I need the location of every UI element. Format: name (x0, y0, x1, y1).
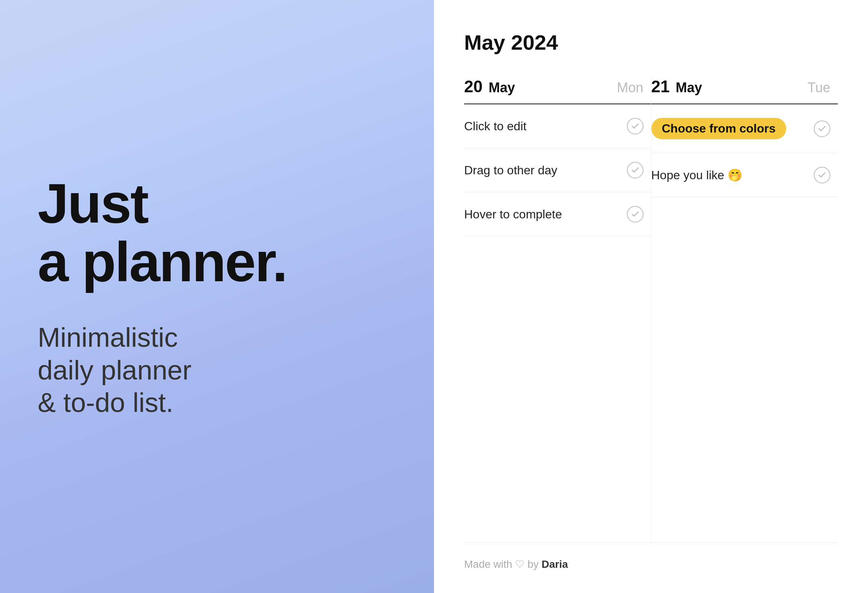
month-title: May 2024 (464, 30, 838, 55)
task-text-drag: Drag to other day (464, 163, 557, 177)
day-column-20: 20 May Mon Click to edit Drag to other d… (464, 77, 651, 543)
task-row-hope[interactable]: Hope you like 🤭 (651, 153, 838, 197)
day-header-21: 21 May Tue (651, 77, 838, 104)
day-number-21: 21 (651, 77, 670, 96)
subtitle-line2: daily planner (38, 355, 191, 385)
footer-by: by (527, 558, 539, 570)
day-header-20: 20 May Mon (464, 77, 651, 104)
check-icon-3[interactable] (627, 206, 643, 223)
heart-icon: ♡ (515, 558, 527, 570)
day-number-20: 20 (464, 77, 483, 96)
day-month-20: May (489, 80, 515, 96)
right-panel: May 2024 20 May Mon Click to edit Drag t… (434, 0, 868, 593)
check-icon-1[interactable] (627, 118, 643, 134)
task-text-click-edit: Click to edit (464, 119, 526, 133)
check-icon-5[interactable] (814, 167, 830, 183)
subtitle-line1: Minimalistic (38, 322, 178, 352)
hero-title: Just a planner. (38, 174, 396, 291)
hero-title-line2: a planner. (38, 231, 287, 293)
empty-area-20 (464, 236, 651, 543)
hero-title-line1: Just (38, 172, 148, 235)
footer-author: Daria (542, 558, 568, 570)
task-text-colors: Choose from colors (651, 118, 786, 139)
day-column-21: 21 May Tue Choose from colors Hope you l… (651, 77, 838, 543)
hero-subtitle: Minimalistic daily planner & to-do list. (38, 321, 396, 419)
day-month-21: May (675, 80, 702, 96)
task-row-colors[interactable]: Choose from colors (651, 104, 838, 153)
task-row-hover[interactable]: Hover to complete (464, 192, 651, 236)
footer: Made with ♡ by Daria (464, 543, 838, 570)
subtitle-line3: & to-do list. (38, 387, 173, 418)
task-text-hover: Hover to complete (464, 207, 562, 221)
footer-prefix: Made with (464, 558, 512, 570)
left-panel: Just a planner. Minimalistic daily plann… (0, 0, 434, 593)
empty-area-21 (651, 197, 838, 543)
task-text-hope: Hope you like 🤭 (651, 168, 743, 182)
task-row-click-edit[interactable]: Click to edit (464, 104, 651, 148)
calendar-grid: 20 May Mon Click to edit Drag to other d… (464, 77, 838, 543)
check-icon-4[interactable] (814, 120, 830, 137)
task-row-drag[interactable]: Drag to other day (464, 148, 651, 192)
check-icon-2[interactable] (627, 162, 643, 178)
day-weekday-21: Tue (807, 80, 838, 96)
day-weekday-20: Mon (617, 80, 651, 96)
